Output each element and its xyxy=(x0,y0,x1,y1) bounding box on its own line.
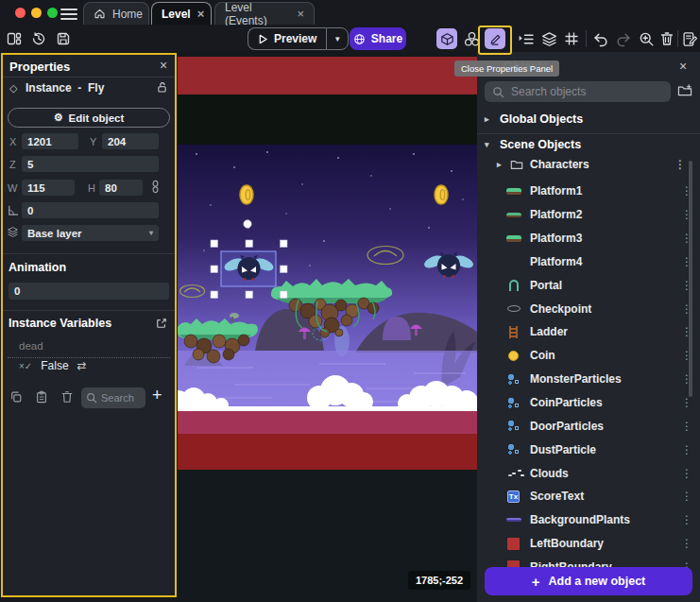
item-menu-dots[interactable]: ⋮ xyxy=(679,513,694,526)
object-item[interactable]: BackgroundPlants ⋮ xyxy=(477,508,694,532)
variables-search-input[interactable] xyxy=(101,392,139,404)
scene-canvas[interactable]: 1785;-252 xyxy=(178,52,477,602)
events-sheet-icon[interactable] xyxy=(679,28,700,49)
object-item[interactable]: Platform3 ⋮ xyxy=(477,227,694,250)
share-button[interactable]: Share xyxy=(350,27,406,50)
objects-search-box[interactable] xyxy=(485,81,671,102)
lock-ratio-link-icon[interactable] xyxy=(149,180,162,194)
object-item[interactable]: Ladder ⋮ xyxy=(477,320,694,344)
item-menu-dots[interactable]: ⋮ xyxy=(673,158,688,171)
object-thumbnail-icon xyxy=(505,467,521,480)
object-item[interactable]: CoinParticles ⋮ xyxy=(477,391,694,415)
object-item[interactable]: Coin ⋮ xyxy=(477,344,694,368)
preview-button[interactable]: Preview ▾ xyxy=(248,27,349,50)
y-label: Y xyxy=(90,136,96,147)
y-input[interactable] xyxy=(102,133,159,149)
add-new-object-button[interactable]: + Add a new object xyxy=(485,567,692,595)
tab-level-events[interactable]: Level (Events) × xyxy=(214,2,315,25)
object-item[interactable]: Checkpoint ⋮ xyxy=(477,297,694,320)
tab-level[interactable]: Level × xyxy=(151,2,212,25)
item-menu-dots[interactable]: ⋮ xyxy=(679,420,694,433)
objects-scrollbar[interactable] xyxy=(689,161,692,397)
add-variable-icon[interactable]: + xyxy=(152,386,162,405)
w-input[interactable] xyxy=(22,180,75,196)
properties-close-icon[interactable]: × xyxy=(160,59,167,72)
paste-icon[interactable] xyxy=(35,390,48,404)
z-input[interactable] xyxy=(22,156,159,172)
tab-close-icon[interactable]: × xyxy=(197,8,205,20)
object-thumbnail-icon xyxy=(505,443,521,456)
folder-characters[interactable]: ▸ Characters ⋮ xyxy=(497,158,688,171)
group-global-objects[interactable]: ▸ Global Objects xyxy=(485,112,583,126)
rotation-handle[interactable] xyxy=(244,220,251,228)
objects-close-icon[interactable]: × xyxy=(679,60,687,73)
object-item[interactable]: Platform1 ⋮ xyxy=(477,180,694,203)
boolean-type-icon: ×✓ xyxy=(19,361,32,371)
add-folder-icon[interactable] xyxy=(677,83,692,97)
object-item-label: Portal xyxy=(530,279,671,292)
variables-search-box[interactable] xyxy=(81,387,145,408)
zoom-in-icon[interactable] xyxy=(636,28,657,49)
object-item[interactable]: DoorParticles ⋮ xyxy=(477,414,694,438)
tab-home[interactable]: Home xyxy=(83,2,149,25)
hamburger-menu-icon[interactable] xyxy=(60,6,77,20)
tab-close-icon[interactable]: × xyxy=(297,8,304,20)
coin-instance[interactable] xyxy=(435,185,448,204)
panels-layout-icon[interactable] xyxy=(4,28,25,49)
window-minimize-button[interactable] xyxy=(31,8,42,18)
objects-search-input[interactable] xyxy=(511,85,663,98)
tab-label: Home xyxy=(112,8,143,21)
save-icon[interactable] xyxy=(53,28,74,49)
gear-icon: ⚙ xyxy=(54,112,63,124)
h-input[interactable] xyxy=(99,180,143,196)
object-thumbnail-icon xyxy=(505,396,521,409)
object-item[interactable]: Portal ⋮ xyxy=(477,273,694,297)
object-item[interactable]: DustParticle ⋮ xyxy=(477,438,694,461)
preview-dropdown-caret[interactable]: ▾ xyxy=(326,27,349,50)
variable-value-row[interactable]: ×✓ False ⇄ xyxy=(19,359,87,372)
item-menu-dots[interactable]: ⋮ xyxy=(679,467,694,480)
variable-value: False xyxy=(41,359,68,372)
cube-3d-icon[interactable] xyxy=(436,28,457,49)
object-item-label: Clouds xyxy=(530,467,671,480)
object-item[interactable]: Platform2 ⋮ xyxy=(477,203,694,227)
item-menu-dots[interactable]: ⋮ xyxy=(679,396,694,409)
item-menu-dots[interactable]: ⋮ xyxy=(679,443,694,456)
plus-icon: + xyxy=(532,574,540,590)
edit-object-button[interactable]: ⚙ Edit object xyxy=(8,108,170,128)
object-item[interactable]: Tx ScoreText ⋮ xyxy=(477,485,694,508)
trash-icon[interactable] xyxy=(657,28,677,49)
angle-input[interactable] xyxy=(22,202,159,218)
object-item-label: Ladder xyxy=(530,325,671,338)
layers-icon[interactable] xyxy=(538,28,559,49)
instances-list-icon[interactable] xyxy=(515,28,536,49)
window-zoom-button[interactable] xyxy=(47,8,58,18)
grid-icon[interactable] xyxy=(561,28,582,49)
delete-variable-icon[interactable] xyxy=(60,390,74,404)
window-close-button[interactable] xyxy=(15,8,26,18)
open-external-icon[interactable] xyxy=(156,318,167,329)
objects-panel: Objects × ▸ Global Objects ▾ Scene Objec… xyxy=(477,52,700,602)
object-groups-icon[interactable] xyxy=(461,28,482,49)
lock-open-icon[interactable] xyxy=(156,81,168,94)
coin-instance[interactable] xyxy=(240,185,253,204)
animation-input[interactable] xyxy=(9,283,169,300)
edit-properties-pencil-icon[interactable] xyxy=(485,28,505,49)
object-thumbnail-icon xyxy=(505,184,521,198)
redo-icon[interactable] xyxy=(612,28,633,49)
object-item[interactable]: MonsterParticles ⋮ xyxy=(477,368,694,391)
x-input[interactable] xyxy=(22,133,78,149)
layer-select[interactable]: Base layer ▾ xyxy=(22,225,159,241)
variable-name[interactable]: dead xyxy=(8,337,170,358)
object-item[interactable]: LeftBoundary ⋮ xyxy=(477,532,694,556)
scene-render xyxy=(178,52,477,602)
copy-icon[interactable] xyxy=(9,390,23,404)
object-item[interactable]: Clouds ⋮ xyxy=(477,461,694,485)
undo-icon[interactable] xyxy=(590,28,611,49)
history-icon[interactable] xyxy=(28,28,49,49)
group-scene-objects[interactable]: ▾ Scene Objects xyxy=(485,138,581,151)
item-menu-dots[interactable]: ⋮ xyxy=(679,490,694,503)
swap-value-icon[interactable]: ⇄ xyxy=(77,359,87,372)
object-item[interactable]: Platform4 ⋮ xyxy=(477,250,694,274)
item-menu-dots[interactable]: ⋮ xyxy=(679,537,694,550)
